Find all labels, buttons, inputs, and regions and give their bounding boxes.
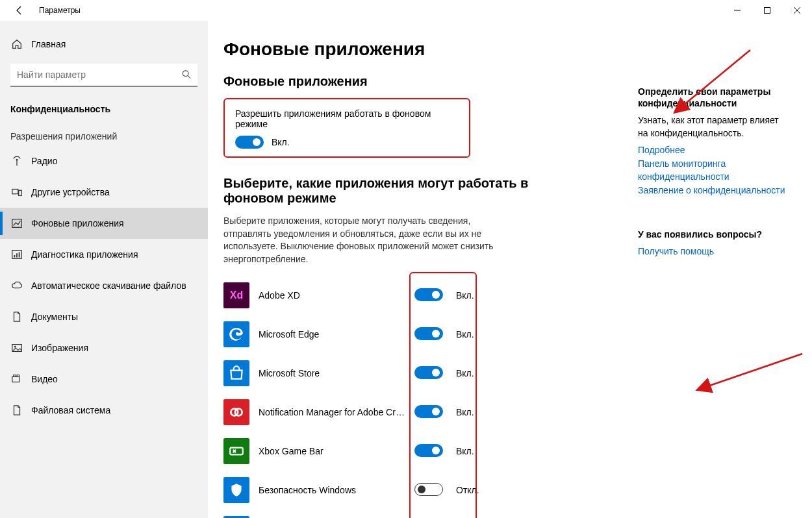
app-toggle[interactable] xyxy=(414,288,443,301)
back-button[interactable] xyxy=(10,1,29,19)
master-toggle-state: Вкл. xyxy=(272,137,290,147)
app-icon-sec xyxy=(223,477,249,503)
sidebar-item-label: Файловая система xyxy=(31,405,110,415)
app-toggle[interactable] xyxy=(414,327,443,340)
sidebar-item-8[interactable]: Файловая система xyxy=(0,395,208,426)
svg-rect-17 xyxy=(12,376,19,382)
app-toggle-state: Вкл. xyxy=(456,407,495,417)
video-icon xyxy=(10,373,23,386)
main-content: Фоновые приложения Фоновые приложения Ра… xyxy=(208,21,812,518)
app-toggle-state: Вкл. xyxy=(456,290,495,301)
app-toggle-state: Вкл. xyxy=(456,446,495,456)
chart-icon xyxy=(10,217,23,230)
close-button[interactable] xyxy=(782,0,812,21)
sidebar-home[interactable]: Главная xyxy=(0,30,208,58)
svg-point-7 xyxy=(16,159,18,161)
section-subheading: Фоновые приложения xyxy=(223,74,639,89)
maximize-button[interactable] xyxy=(752,0,782,21)
window-title: Параметры xyxy=(39,6,81,15)
doc-icon xyxy=(10,310,23,323)
app-row: Безопасность WindowsОткл. xyxy=(223,471,639,510)
svg-point-4 xyxy=(183,71,188,77)
choose-help-text: Выберите приложения, которые могут получ… xyxy=(223,215,509,265)
minimize-button[interactable] xyxy=(722,0,752,21)
app-toggle[interactable] xyxy=(414,405,443,418)
app-icon-cc xyxy=(223,399,249,425)
master-toggle[interactable] xyxy=(235,136,264,149)
svg-line-29 xyxy=(698,354,802,389)
sidebar-item-3[interactable]: Диагностика приложения xyxy=(0,239,208,270)
app-toggle[interactable] xyxy=(414,483,443,496)
aside-define-heading: Определить свои параметры конфиденциальн… xyxy=(638,86,789,109)
link-get-help[interactable]: Получить помощь xyxy=(638,245,789,258)
sidebar-item-7[interactable]: Видео xyxy=(0,364,208,395)
svg-rect-13 xyxy=(16,253,18,257)
sidebar-item-5[interactable]: Документы xyxy=(0,301,208,332)
svg-point-16 xyxy=(14,346,16,348)
antenna-icon xyxy=(10,154,23,167)
aside-help-heading: У вас появились вопросы? xyxy=(638,228,789,240)
app-toggle-state: Откл. xyxy=(456,485,495,495)
search-box xyxy=(10,64,197,87)
app-row: XdAdobe XDВкл. xyxy=(223,276,639,315)
app-icon-xbox xyxy=(223,438,249,464)
aside: Определить свои параметры конфиденциальн… xyxy=(638,86,789,258)
sidebar-section-label: Конфиденциальность xyxy=(0,95,208,118)
sidebar-item-1[interactable]: Другие устройства xyxy=(0,177,208,208)
cloud-icon xyxy=(10,279,23,292)
sidebar-item-6[interactable]: Изображения xyxy=(0,332,208,364)
app-row: Microsoft EdgeВкл. xyxy=(223,315,639,354)
sidebar: Главная Конфиденциальность Разрешения пр… xyxy=(0,21,208,518)
sidebar-item-label: Радио xyxy=(31,156,57,166)
aside-define-text: Узнать, как этот параметр влияет на конф… xyxy=(638,114,789,140)
app-toggle-state: Вкл. xyxy=(456,368,495,378)
titlebar: Параметры xyxy=(0,0,812,21)
home-label: Главная xyxy=(31,39,66,49)
svg-rect-1 xyxy=(765,8,770,14)
app-row: Будильники и часыВкл. xyxy=(223,510,639,518)
link-privacy-statement[interactable]: Заявление о конфиденциальности xyxy=(638,184,789,197)
link-more[interactable]: Подробнее xyxy=(638,144,789,157)
app-row: Xbox Game BarВкл. xyxy=(223,432,639,471)
app-toggle-state: Вкл. xyxy=(456,329,495,339)
image-icon xyxy=(10,341,23,354)
svg-line-5 xyxy=(188,76,190,79)
app-name: Microsoft Edge xyxy=(259,329,405,339)
diag-icon xyxy=(10,248,23,261)
app-row: Microsoft StoreВкл. xyxy=(223,354,639,393)
master-toggle-label: Разрешить приложениям работать в фоновом… xyxy=(235,108,459,129)
link-dashboard[interactable]: Панель мониторинга конфиденциальности xyxy=(638,158,789,183)
svg-rect-8 xyxy=(12,190,18,194)
sidebar-item-label: Фоновые приложения xyxy=(31,218,124,228)
svg-rect-18 xyxy=(14,375,16,377)
search-input[interactable] xyxy=(10,64,197,87)
home-icon xyxy=(10,38,23,51)
app-icon-store xyxy=(223,360,249,386)
app-name: Microsoft Store xyxy=(259,368,405,378)
search-icon xyxy=(182,70,191,81)
sidebar-item-label: Документы xyxy=(31,312,78,322)
sidebar-item-2[interactable]: Фоновые приложения xyxy=(0,208,208,239)
svg-rect-12 xyxy=(14,255,16,258)
sidebar-item-4[interactable]: Автоматическое скачивание файлов xyxy=(0,270,208,301)
svg-rect-19 xyxy=(17,375,19,377)
app-name: Notification Manager for Adobe Cre… xyxy=(259,407,405,417)
master-toggle-box: Разрешить приложениям работать в фоновом… xyxy=(223,98,470,158)
devices-icon xyxy=(10,186,23,199)
sidebar-item-label: Автоматическое скачивание файлов xyxy=(31,280,186,291)
sidebar-item-label: Другие устройства xyxy=(31,187,110,197)
app-toggle[interactable] xyxy=(414,444,443,457)
svg-rect-9 xyxy=(19,190,22,195)
app-toggle[interactable] xyxy=(414,366,443,379)
sidebar-item-0[interactable]: Радио xyxy=(0,145,208,177)
app-name: Adobe XD xyxy=(259,290,405,301)
choose-heading: Выберите, какие приложения могут работат… xyxy=(223,176,548,206)
annotation-arrow-2 xyxy=(689,351,806,402)
app-name: Xbox Game Bar xyxy=(259,446,405,456)
svg-rect-14 xyxy=(19,252,20,257)
sidebar-item-label: Изображения xyxy=(31,343,88,353)
sidebar-item-label: Видео xyxy=(31,374,58,384)
permissions-label: Разрешения приложений xyxy=(0,118,208,145)
app-name: Безопасность Windows xyxy=(259,485,405,495)
svg-rect-22 xyxy=(230,448,243,455)
